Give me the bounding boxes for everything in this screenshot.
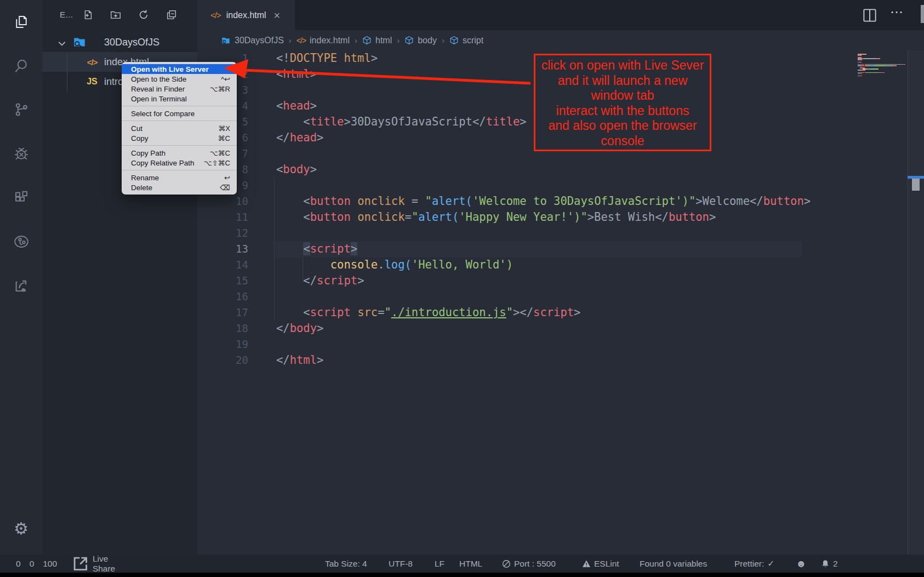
- breadcrumb-label: index.html: [310, 36, 350, 45]
- status-eol[interactable]: LF: [435, 555, 444, 573]
- settings-gear-icon[interactable]: ⚙: [0, 513, 42, 544]
- breadcrumb-label: html: [375, 36, 392, 45]
- menu-item-shortcut: ⌫: [220, 184, 230, 192]
- menu-item-label: Copy: [131, 134, 149, 142]
- scrollbar-thumb[interactable]: [912, 179, 920, 191]
- menu-item-label: Reveal in Finder: [131, 85, 185, 93]
- feedback-smiley-icon[interactable]: ☻: [796, 555, 807, 573]
- error-count: 0: [16, 559, 21, 569]
- code-line-text: <script>: [276, 241, 357, 257]
- eol-label: LF: [435, 559, 444, 569]
- code-line-12[interactable]: 12: [197, 225, 924, 241]
- live-share-icon[interactable]: [0, 226, 42, 257]
- line-number: 16: [197, 289, 248, 305]
- status-bar: 0 0 100 Live Share Tab Size: 4 UTF-8 LF …: [0, 555, 924, 573]
- code-line-16[interactable]: 16: [197, 289, 924, 305]
- code-line-17[interactable]: 17 <script src="./introduction.js"></scr…: [197, 305, 924, 321]
- code-line-14[interactable]: 14 console.log('Hello, World'): [197, 257, 924, 273]
- menu-item-open-to-the-side[interactable]: Open to the Side^↩: [122, 74, 237, 84]
- debug-icon[interactable]: [0, 139, 42, 169]
- menu-item-label: Select for Compare: [131, 110, 195, 118]
- live-share-status[interactable]: Live Share: [72, 554, 115, 574]
- code-line-text: </head>: [276, 130, 323, 146]
- menu-item-shortcut: ⌘X: [218, 124, 230, 133]
- menu-item-reveal-in-finder[interactable]: Reveal in Finder⌥⌘R: [122, 84, 237, 94]
- source-control-icon[interactable]: [0, 94, 42, 125]
- menu-item-shortcut: ⌥⇧⌘C: [204, 159, 230, 167]
- annotation-line: and it will launch a new: [514, 73, 732, 89]
- code-line-15[interactable]: 15 </script>: [197, 273, 924, 289]
- circle-slash-icon: [502, 559, 511, 568]
- cube-icon: [449, 36, 459, 45]
- breadcrumb-item-folder[interactable]: 30DaysOfJS: [221, 36, 284, 45]
- code-line-11[interactable]: 11 <button onclick="alert('Happy New Yea…: [197, 209, 924, 225]
- code-line-text: </body>: [276, 321, 323, 336]
- folder-icon: [221, 36, 231, 45]
- more-actions-icon[interactable]: ⋯: [890, 4, 905, 20]
- tree-folder-row[interactable]: 30DaysOfJS: [42, 32, 197, 52]
- menu-item-cut[interactable]: Cut⌘X: [122, 123, 237, 133]
- status-prettier[interactable]: Prettier: ✓: [734, 555, 774, 573]
- activity-bar: ⚙: [0, 0, 42, 555]
- code-line-13[interactable]: 13 <script>: [197, 241, 924, 257]
- code-line-18[interactable]: 18</body>: [197, 321, 924, 336]
- status-eslint[interactable]: ESLint: [582, 555, 619, 573]
- breadcrumb-item-html[interactable]: html: [362, 36, 392, 45]
- menu-item-select-for-compare[interactable]: Select for Compare: [122, 108, 237, 118]
- explorer-icon[interactable]: [0, 7, 42, 37]
- menu-separator: [122, 121, 237, 121]
- warning-count: 0: [30, 559, 35, 569]
- share-out-icon[interactable]: [0, 270, 42, 301]
- menu-item-copy-relative-path[interactable]: Copy Relative Path⌥⇧⌘C: [122, 158, 237, 168]
- status-language[interactable]: HTML: [459, 555, 482, 573]
- breadcrumb: 30DaysOfJS › </> index.html › html › bod…: [197, 30, 924, 50]
- html-file-icon: </>: [210, 10, 221, 20]
- breadcrumb-item-body[interactable]: body: [404, 36, 437, 45]
- split-editor-icon[interactable]: [862, 7, 878, 24]
- code-line-9[interactable]: 9: [197, 178, 924, 193]
- breadcrumb-label: script: [463, 36, 483, 45]
- breadcrumb-label: 30DaysOfJS: [235, 36, 284, 45]
- menu-item-copy[interactable]: Copy⌘C: [122, 133, 237, 143]
- problems-indicator[interactable]: 0 0 100: [13, 559, 57, 569]
- gear-glyph: ⚙: [14, 519, 28, 538]
- status-port[interactable]: Port : 5500: [502, 555, 556, 573]
- extensions-icon[interactable]: [0, 182, 42, 213]
- tab-index-html[interactable]: </> index.html ×: [197, 0, 295, 30]
- code-line-19[interactable]: 19: [197, 336, 924, 352]
- prettier-label: Prettier:: [734, 559, 764, 569]
- menu-item-copy-path[interactable]: Copy Path⌥⌘C: [122, 148, 237, 158]
- code-line-10[interactable]: 10 <button onclick = "alert('Welcome to …: [197, 193, 924, 209]
- folder-name: 30DaysOfJS: [104, 37, 159, 48]
- search-icon[interactable]: [0, 50, 42, 81]
- new-file-icon[interactable]: [81, 8, 95, 22]
- html-file-icon: </>: [84, 58, 100, 67]
- breadcrumb-item-file[interactable]: </> index.html: [296, 36, 350, 45]
- notifications-bell[interactable]: 2: [821, 555, 838, 573]
- editor-scrollbar-area[interactable]: [908, 50, 924, 555]
- menu-item-delete[interactable]: Delete⌫: [122, 182, 237, 192]
- status-encoding[interactable]: UTF-8: [389, 555, 413, 573]
- breadcrumb-item-script[interactable]: script: [449, 36, 483, 45]
- collapse-all-icon[interactable]: [164, 8, 179, 22]
- menu-item-shortcut: ⌥⌘R: [210, 85, 230, 93]
- line-number: 15: [197, 273, 248, 289]
- breadcrumb-separator: ›: [442, 36, 444, 45]
- status-tab-size[interactable]: Tab Size: 4: [325, 555, 367, 573]
- annotation-line: window tab: [514, 88, 732, 104]
- tabbar-scrollbar[interactable]: [921, 5, 924, 23]
- code-line-8[interactable]: 8<body>: [197, 162, 924, 178]
- menu-item-open-with-live-server[interactable]: Open with Live Server: [122, 64, 237, 74]
- status-variables[interactable]: Found 0 variables: [640, 555, 707, 573]
- code-line-20[interactable]: 20</html>: [197, 352, 924, 368]
- menu-item-rename[interactable]: Rename↩: [122, 173, 237, 182]
- menu-item-shortcut: ↩: [224, 174, 230, 182]
- chevron-down-icon: [57, 38, 67, 50]
- refresh-icon[interactable]: [136, 8, 151, 22]
- new-folder-icon[interactable]: [109, 8, 123, 22]
- menu-item-label: Copy Relative Path: [131, 159, 195, 167]
- menu-item-label: Open with Live Server: [131, 65, 209, 73]
- menu-item-open-in-terminal[interactable]: Open in Terminal: [122, 94, 237, 104]
- close-icon[interactable]: ×: [274, 10, 281, 21]
- minimap[interactable]: [858, 54, 907, 77]
